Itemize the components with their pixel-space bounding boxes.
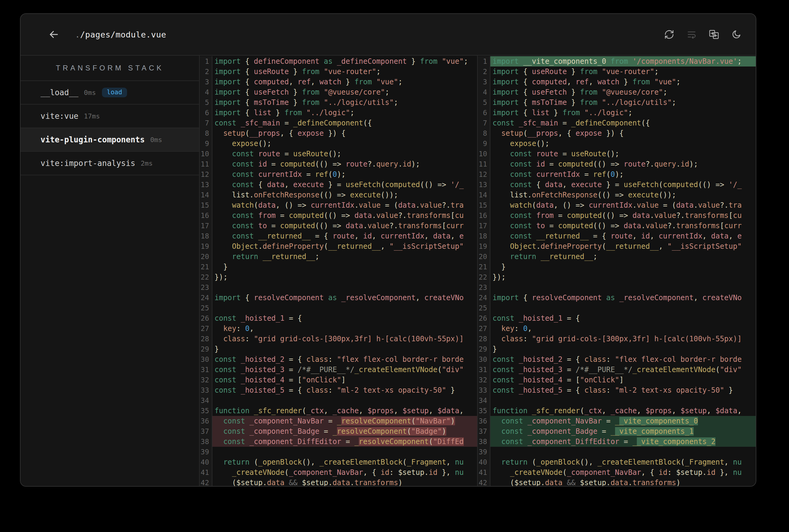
line-number: 19: [200, 241, 213, 251]
line-number: 8: [200, 128, 213, 138]
diff-add-line: const _component_DiffEditor = __vite_com…: [490, 436, 756, 447]
code-text: function _sfc_render(_ctx, _cache, $prop…: [213, 406, 477, 416]
code-line: 22});: [478, 272, 756, 282]
refresh-button[interactable]: [664, 29, 675, 40]
line-number: 35: [478, 406, 490, 416]
title-bar: ./pages/module.vue: [21, 14, 756, 56]
code-text: watch(data, () => currentIdx.value = (da…: [490, 200, 756, 210]
code-text: }: [213, 344, 477, 354]
side-by-side-button[interactable]: [709, 29, 719, 40]
line-number: 36: [478, 416, 490, 426]
line-wrap-button[interactable]: [686, 29, 697, 40]
line-number: 4: [478, 87, 490, 97]
transform-stack-sidebar: TRANSFORM STACK __load__ 0ms load vite:v…: [21, 56, 200, 486]
code-text: const from = computed(() => data.value?.…: [213, 210, 477, 221]
code-text: class: "grid grid-cols-[300px,3fr] h-[ca…: [490, 334, 756, 344]
code-line: 42 ($setup.data && $setup.data.transform…: [200, 478, 477, 486]
code-text: import { resolveComponent as _resolveCom…: [490, 292, 756, 303]
line-number: 41: [478, 467, 490, 478]
line-number: 33: [200, 385, 213, 395]
code-text: ($setup.data && $setup.data.transforms): [490, 478, 756, 486]
code-text: import { msToTime } from "../logic/utils…: [213, 97, 477, 108]
line-number: 2: [478, 66, 490, 77]
code-line: 42 ($setup.data && $setup.data.transform…: [478, 478, 756, 486]
line-number: 15: [200, 200, 213, 210]
toolbar-icons: [664, 29, 742, 40]
line-number: 28: [478, 334, 490, 344]
line-number: 9: [478, 138, 490, 149]
code-line: 8 setup(__props, { expose }) {: [478, 128, 756, 138]
code-line: 23: [478, 282, 756, 292]
code-text: import { defineComponent as _defineCompo…: [213, 56, 477, 66]
code-line: 7const _sfc_main = _defineComponent({: [200, 118, 477, 128]
code-line: 33const _hoisted_5 = { class: "ml-2 text…: [200, 385, 477, 395]
code-text: const currentIdx = ref(0);: [213, 169, 477, 179]
sidebar-item-vite-import-analysis[interactable]: vite:import-analysis 2ms: [21, 152, 199, 175]
line-number: 5: [200, 97, 213, 108]
sidebar-item-vite-plugin-components[interactable]: vite-plugin-components 0ms: [21, 128, 199, 152]
line-number: 21: [200, 262, 213, 272]
line-number: 9: [200, 138, 213, 149]
code-text: _createVNode(_component_NavBar, { id: $s…: [213, 467, 477, 478]
code-line: 21 }: [478, 262, 756, 272]
code-line: 39: [478, 447, 756, 457]
diff-add-line: const _component_NavBar = __vite_compone…: [490, 416, 756, 426]
title-path: /pages/module.vue: [80, 30, 166, 39]
code-line: 13 const { data, execute } = useFetch(co…: [200, 179, 477, 190]
code-text: setup(__props, { expose }) {: [213, 128, 477, 138]
code-text: import { useRoute } from "vue-router";: [490, 66, 756, 77]
line-number: 14: [478, 190, 490, 200]
line-number: 30: [478, 354, 490, 364]
sidebar-item-load[interactable]: __load__ 0ms load: [21, 81, 199, 104]
code-text: const { data, execute } = useFetch(compu…: [490, 179, 756, 190]
diff-del-line: const _component_DiffEditor = _resolveCo…: [213, 436, 477, 447]
code-text: const _sfc_main = _defineComponent({: [490, 118, 756, 128]
moon-icon: [731, 29, 741, 40]
line-number: 12: [200, 169, 213, 179]
code-line: 29}: [478, 344, 756, 354]
code-line: 20 return __returned__;: [200, 251, 477, 262]
code-text: }: [213, 262, 477, 272]
code-line: 11 const id = computed(() => route?.quer…: [200, 159, 477, 169]
plugin-name: vite:import-analysis: [40, 159, 135, 168]
line-number: 38: [200, 436, 213, 447]
code-panel-before[interactable]: 1import { defineComponent as _defineComp…: [200, 56, 478, 486]
line-number: 31: [478, 364, 490, 375]
dark-mode-toggle[interactable]: [731, 29, 742, 40]
line-number: 10: [478, 149, 490, 159]
code-line: 36 const _component_NavBar = _resolveCom…: [200, 416, 477, 426]
code-line: 32const _hoisted_4 = ["onClick"]: [478, 375, 756, 385]
code-text: return __returned__;: [490, 251, 756, 262]
line-number: 26: [200, 313, 213, 323]
code-text: [490, 447, 756, 457]
code-line: 21 }: [200, 262, 477, 272]
code-line: 15 watch(data, () => currentIdx.value = …: [478, 200, 756, 210]
code-text: const _hoisted_3 = /*#__PURE__*/_createE…: [213, 364, 477, 375]
line-number: 35: [200, 406, 213, 416]
back-button[interactable]: [47, 28, 60, 41]
code-line: 25: [200, 303, 477, 313]
line-number: 25: [200, 303, 213, 313]
diff-word-highlight: resolveComponent("Badge"): [337, 427, 446, 436]
code-text: }: [490, 262, 756, 272]
code-line: 35function _sfc_render(_ctx, _cache, $pr…: [478, 406, 756, 416]
code-line: 9 expose();: [200, 138, 477, 149]
diff-word-highlight: _vite_components_1: [615, 427, 694, 436]
code-text: const id = computed(() => route?.query.i…: [213, 159, 477, 169]
code-text: setup(__props, { expose }) {: [490, 128, 756, 138]
code-panel-after[interactable]: 1import __vite_components_0 from '/compo…: [478, 56, 756, 486]
line-number: 20: [478, 251, 490, 262]
plugin-time: 0ms: [84, 89, 96, 96]
code-line: 11 const id = computed(() => route?.quer…: [478, 159, 756, 169]
code-text: import { computed, ref, watch } from "vu…: [213, 77, 477, 87]
code-text: [213, 395, 477, 406]
code-line: 7const _sfc_main = _defineComponent({: [478, 118, 756, 128]
line-number: 3: [200, 77, 213, 87]
code-line: 2import { useRoute } from "vue-router";: [200, 66, 477, 77]
line-number: 29: [200, 344, 213, 354]
sidebar-item-vite-vue[interactable]: vite:vue 17ms: [21, 104, 199, 128]
line-number: 29: [478, 344, 490, 354]
code-text: import { useRoute } from "vue-router";: [213, 66, 477, 77]
refresh-icon: [664, 29, 674, 40]
code-line: 24import { resolveComponent as _resolveC…: [200, 292, 477, 303]
